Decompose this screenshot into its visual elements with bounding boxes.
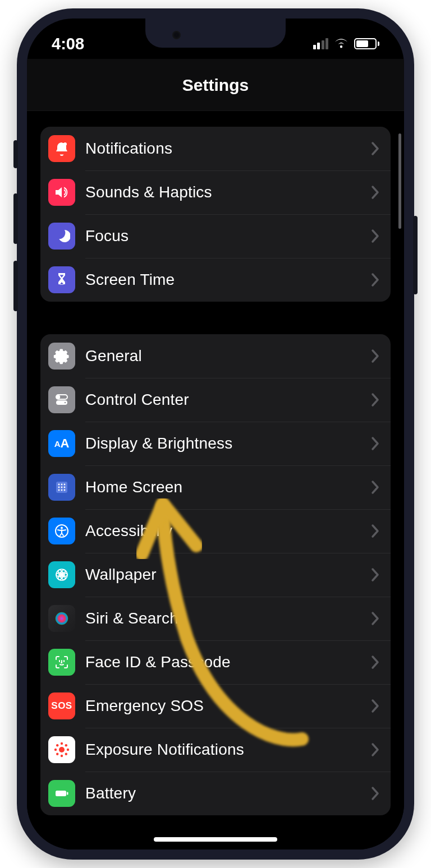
chevron-right-icon	[370, 480, 379, 495]
mute-switch	[13, 140, 18, 168]
svg-point-12	[58, 490, 60, 491]
row-label: Accessibility	[85, 522, 370, 540]
row-label: Screen Time	[85, 271, 370, 289]
svg-point-8	[64, 484, 66, 486]
settings-scroll[interactable]: Notifications Sounds & Haptics Focus	[27, 111, 404, 849]
screen: 4:08 Settings Notific	[27, 19, 404, 849]
row-notifications[interactable]: Notifications	[40, 127, 391, 170]
accessibility-icon	[48, 518, 75, 544]
wallpaper-icon	[48, 561, 75, 588]
svg-point-31	[56, 753, 58, 755]
chevron-right-icon	[370, 655, 379, 670]
cellular-signal-icon	[313, 38, 329, 49]
row-label: Wallpaper	[85, 566, 370, 584]
control-center-icon	[48, 386, 75, 413]
row-label: Exposure Notifications	[85, 741, 370, 759]
row-home-screen[interactable]: Home Screen	[40, 465, 391, 509]
sos-icon: SOS	[48, 692, 75, 719]
svg-rect-34	[67, 792, 68, 795]
svg-point-29	[56, 744, 58, 746]
svg-point-26	[61, 755, 63, 757]
chevron-right-icon	[370, 611, 379, 626]
row-label: Face ID & Passcode	[85, 653, 370, 671]
row-wallpaper[interactable]: Wallpaper	[40, 553, 391, 597]
svg-point-32	[65, 753, 67, 755]
svg-rect-33	[56, 791, 66, 796]
row-label: Focus	[85, 227, 370, 245]
chevron-right-icon	[370, 436, 379, 451]
row-sounds-haptics[interactable]: Sounds & Haptics	[40, 170, 391, 214]
row-label: Battery	[85, 784, 370, 802]
wifi-icon	[334, 38, 349, 49]
volume-down-button	[13, 261, 18, 311]
row-exposure[interactable]: Exposure Notifications	[40, 728, 391, 772]
row-label: Emergency SOS	[85, 697, 370, 715]
row-label: Display & Brightness	[85, 435, 370, 453]
row-display[interactable]: AA Display & Brightness	[40, 422, 391, 465]
svg-point-7	[61, 484, 63, 486]
svg-point-24	[59, 747, 65, 752]
row-label: Sounds & Haptics	[85, 183, 370, 201]
status-time: 4:08	[52, 35, 84, 53]
row-screen-time[interactable]: Screen Time	[40, 258, 391, 302]
general-icon	[48, 343, 75, 370]
row-siri-search[interactable]: Siri & Search	[40, 597, 391, 640]
home-indicator[interactable]	[154, 837, 277, 842]
battery-icon	[354, 38, 379, 49]
row-label: Home Screen	[85, 478, 370, 496]
svg-point-18	[61, 574, 63, 576]
row-faceid[interactable]: Face ID & Passcode	[40, 640, 391, 684]
chevron-right-icon	[370, 786, 379, 801]
svg-point-6	[58, 484, 60, 486]
row-battery[interactable]: Battery	[40, 772, 391, 815]
row-general[interactable]: General	[40, 334, 391, 378]
svg-point-10	[61, 487, 63, 488]
focus-icon	[48, 223, 75, 250]
svg-point-30	[65, 744, 67, 746]
svg-point-9	[58, 487, 60, 488]
exposure-icon	[48, 736, 75, 763]
svg-point-28	[67, 749, 69, 751]
row-label: General	[85, 347, 370, 365]
svg-point-16	[61, 527, 63, 529]
row-control-center[interactable]: Control Center	[40, 378, 391, 422]
row-label: Notifications	[85, 140, 370, 158]
chevron-right-icon	[370, 742, 379, 757]
chevron-right-icon	[370, 349, 379, 363]
volume-up-button	[13, 193, 18, 244]
chevron-right-icon	[370, 273, 379, 287]
siri-icon	[48, 605, 75, 632]
chevron-right-icon	[370, 524, 379, 538]
power-button	[413, 216, 418, 294]
faceid-icon	[48, 649, 75, 676]
notifications-icon	[48, 135, 75, 162]
svg-point-4	[64, 401, 66, 404]
battery-icon	[48, 780, 75, 807]
sounds-icon	[48, 179, 75, 206]
home-screen-icon	[48, 474, 75, 501]
chevron-right-icon	[370, 185, 379, 200]
notch	[145, 19, 286, 48]
row-accessibility[interactable]: Accessibility	[40, 509, 391, 553]
settings-group-2: General Control Center AA Display & Brig…	[40, 334, 391, 815]
page-title: Settings	[27, 59, 404, 111]
scroll-indicator[interactable]	[398, 133, 401, 229]
svg-point-11	[64, 487, 66, 488]
status-indicators	[313, 38, 380, 49]
chevron-right-icon	[370, 229, 379, 243]
chevron-right-icon	[370, 567, 379, 582]
row-label: Control Center	[85, 391, 370, 409]
chevron-right-icon	[370, 699, 379, 713]
svg-point-25	[61, 742, 63, 745]
chevron-right-icon	[370, 141, 379, 156]
row-label: Siri & Search	[85, 610, 370, 627]
svg-point-27	[54, 749, 57, 751]
row-emergency-sos[interactable]: SOS Emergency SOS	[40, 684, 391, 728]
svg-point-2	[57, 396, 59, 398]
screen-time-icon	[48, 266, 75, 293]
phone-frame: 4:08 Settings Notific	[17, 8, 414, 860]
display-icon: AA	[48, 430, 75, 457]
chevron-right-icon	[370, 393, 379, 407]
row-focus[interactable]: Focus	[40, 214, 391, 258]
settings-group-1: Notifications Sounds & Haptics Focus	[40, 127, 391, 302]
